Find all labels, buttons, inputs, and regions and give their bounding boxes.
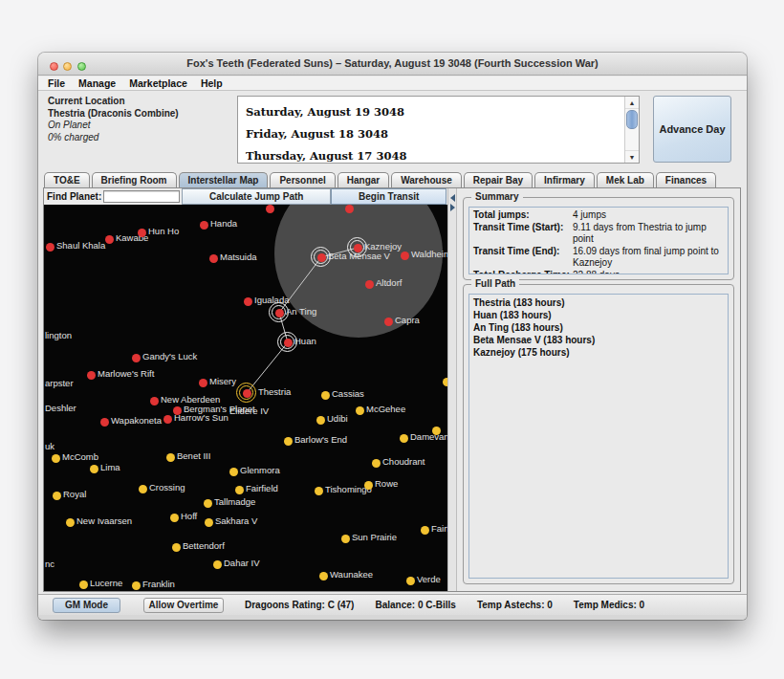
planet-sun-prairie[interactable]	[341, 535, 350, 543]
planet-shaul-khala[interactable]	[46, 243, 54, 252]
planet-damevang[interactable]	[400, 434, 408, 443]
planet-altdorf[interactable]	[365, 280, 374, 289]
scroll-down-icon[interactable]: ▼	[625, 150, 639, 163]
tab-finances[interactable]: Finances	[656, 172, 716, 188]
planet-harrow-s-sun[interactable]	[163, 415, 172, 424]
planet-barlow-s-end[interactable]	[284, 437, 293, 446]
planet-capra[interactable]	[384, 318, 393, 326]
planet-new-aberdeen[interactable]	[150, 397, 159, 405]
planet-igualada[interactable]	[244, 297, 252, 306]
planet-label-clipped: uk	[45, 441, 54, 451]
planet-tallmadge[interactable]	[204, 499, 212, 508]
planet-label: Shaul Khala	[56, 240, 105, 251]
planet-hun-ho[interactable]	[138, 229, 146, 237]
planet-rowe[interactable]	[364, 481, 373, 490]
planet-cassias[interactable]	[321, 391, 330, 400]
collapse-left-icon[interactable]	[450, 194, 455, 202]
full-path-item[interactable]: Kaznejoy (175 hours)	[473, 346, 724, 359]
planet-hoff[interactable]	[170, 514, 179, 522]
planet-royal[interactable]	[53, 492, 61, 500]
planet-benet-iii[interactable]	[166, 453, 175, 462]
daily-log-scrollbar[interactable]: ▲ ▼	[624, 97, 639, 163]
planet-choudrant[interactable]	[372, 459, 381, 468]
planet-glenmora[interactable]	[229, 468, 238, 476]
planet-unlabeled[interactable]	[266, 205, 274, 213]
scroll-up-icon[interactable]: ▲	[625, 97, 639, 109]
status-label: Temp Medics: 0	[574, 600, 644, 610]
full-path-item[interactable]: Huan (183 hours)	[473, 309, 724, 321]
planet-misery[interactable]	[199, 379, 207, 387]
planet-tishomingo[interactable]	[315, 487, 323, 495]
planet-mcgehee[interactable]	[356, 406, 364, 415]
allow-overtime-button[interactable]: Allow Overtime	[143, 598, 224, 613]
planet-sakhara-v[interactable]	[205, 518, 213, 527]
planet-matsuida[interactable]	[209, 254, 218, 263]
planet-label: Damevang	[410, 431, 447, 442]
planet-handa[interactable]	[200, 221, 208, 230]
full-path-item[interactable]: Thestria (183 hours)	[473, 296, 724, 309]
tab-repair-bay[interactable]: Repair Bay	[464, 172, 533, 188]
planet-delacruz[interactable]	[345, 205, 354, 213]
planet-kaznejoy[interactable]	[354, 244, 362, 252]
status-label: Balance: 0 C-Bills	[375, 600, 455, 610]
planet-waunakee[interactable]	[319, 572, 328, 580]
tab-warehouse[interactable]: Warehouse	[391, 172, 462, 188]
menu-manage[interactable]: Manage	[78, 77, 116, 89]
planet-wapakoneta[interactable]	[100, 418, 109, 427]
planet-udibi[interactable]	[316, 416, 325, 425]
planet-lima[interactable]	[90, 465, 98, 473]
planet-fairfax[interactable]	[421, 526, 429, 535]
summary-row: Total jumps:4 jumps	[473, 209, 724, 222]
planet-mccomb[interactable]	[52, 454, 60, 463]
tab-briefing-room[interactable]: Briefing Room	[92, 172, 177, 188]
find-planet-input[interactable]	[103, 190, 180, 203]
calculate-jump-path-button[interactable]: Calculate Jump Path	[182, 188, 331, 205]
tab-interstellar-map[interactable]: Interstellar Map	[179, 172, 269, 188]
status-label: Dragoons Rating: C (47)	[245, 600, 354, 610]
full-path-list[interactable]: Thestria (183 hours)Huan (183 hours)An T…	[468, 294, 729, 579]
planet-marlowe-s-rift[interactable]	[87, 371, 96, 380]
planet-kawabe[interactable]	[105, 235, 114, 244]
planet-gandy-s-luck[interactable]	[132, 354, 141, 362]
tab-to-e[interactable]: TO&E	[44, 172, 90, 188]
planet-dahar-iv[interactable]	[213, 560, 222, 569]
planet-an-ting[interactable]	[275, 309, 284, 318]
full-path-item[interactable]: Beta Mensae V (183 hours)	[473, 334, 724, 346]
begin-transit-button[interactable]: Begin Transit	[331, 188, 446, 205]
split-pane-divider[interactable]	[447, 188, 457, 591]
planet-verde[interactable]	[406, 577, 415, 585]
tab-mek-lab[interactable]: Mek Lab	[597, 172, 654, 188]
find-planet-label: Find Planet:	[44, 191, 103, 202]
planet-waldheim[interactable]	[401, 252, 409, 260]
summary-row-value: 16.09 days from final jump point to Kazn…	[573, 246, 724, 270]
collapse-right-icon[interactable]	[450, 204, 455, 211]
tab-hangar[interactable]: Hangar	[338, 172, 389, 188]
daily-log-entries: Saturday, August 19 3048Friday, August 1…	[246, 100, 621, 164]
planet-beta-mensae-v[interactable]	[317, 253, 326, 262]
main-tab-bar: TO&EBriefing RoomInterstellar MapPersonn…	[44, 172, 718, 188]
planet-crossing[interactable]	[139, 485, 147, 493]
planet-label-clipped: Deshler	[45, 403, 76, 413]
tab-personnel[interactable]: Personnel	[270, 172, 335, 188]
gm-mode-button[interactable]: GM Mode	[53, 598, 120, 613]
planet-huan[interactable]	[284, 339, 293, 347]
full-path-item[interactable]: An Ting (183 hours)	[473, 321, 724, 334]
planet-new-ivaarsen[interactable]	[66, 518, 75, 527]
planet-unlabeled[interactable]	[432, 427, 441, 435]
planet-thestria[interactable]	[243, 389, 251, 398]
planet-fairfield[interactable]	[235, 486, 244, 494]
status-labels: Dragoons Rating: C (47)Balance: 0 C-Bill…	[224, 600, 644, 610]
title-bar[interactable]: Fox's Teeth (Federated Suns) – Saturday,…	[38, 53, 747, 76]
scrollbar-thumb[interactable]	[626, 110, 638, 129]
menu-help[interactable]: Help	[201, 77, 223, 89]
planet-lucerne[interactable]	[79, 580, 88, 589]
advance-day-button[interactable]: Advance Day	[653, 96, 731, 163]
planet-bettendorf[interactable]	[172, 543, 181, 552]
planet-franklin[interactable]	[132, 581, 141, 590]
summary-row: Total Recharge Time:22.88 days	[473, 270, 724, 275]
menu-marketplace[interactable]: Marketplace	[129, 77, 187, 89]
status-bar: GM Mode Allow Overtime Dragoons Rating: …	[38, 594, 747, 615]
tab-infirmary[interactable]: Infirmary	[534, 172, 595, 188]
menu-file[interactable]: File	[48, 77, 65, 89]
interstellar-map[interactable]: Shaul KhalaKawabeHun HoHandaMatsuidaDela…	[44, 205, 447, 591]
